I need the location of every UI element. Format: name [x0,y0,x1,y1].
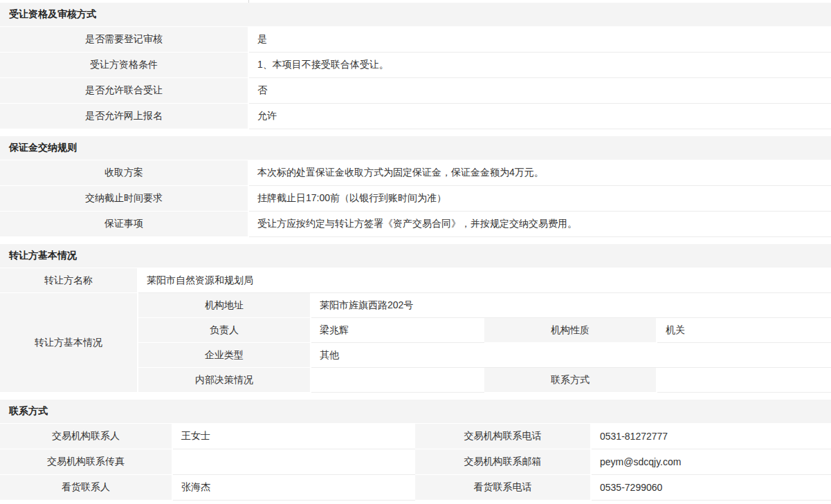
section-transferor-info: 转让方基本情况 转让方名称 莱阳市自然资源和规划局 转让方基本情况 机构地址 莱… [0,244,831,393]
table-row: 交易机构联系传真 交易机构联系邮箱 peym@sdcqjy.com [0,449,831,475]
section-title: 受让资格及审核方式 [9,8,96,21]
row-label: 内部决策情况 [138,368,311,393]
section-header: 转让方基本情况 [0,244,831,268]
row-value: 机关 [657,318,831,343]
row-value: 本次标的处置保证金收取方式为固定保证金，保证金金额为4万元。 [249,160,831,186]
table-row: 是否允许联合受让 否 [0,78,831,104]
section-deposit-rules: 保证金交纳规则 收取方案 本次标的处置保证金收取方式为固定保证金，保证金金额为4… [0,136,831,237]
column-divider-line [248,0,249,3]
row-value: 莱阳市自然资源和规划局 [138,268,831,293]
row-label: 保证事项 [0,212,249,237]
row-label: 联系方式 [484,368,657,393]
row-value: 1、本项目不接受联合体受让。 [249,53,831,78]
row-value: 梁兆辉 [311,318,484,343]
table-row: 企业类型 其他 [138,343,831,368]
row-value: peym@sdcqjy.com [592,449,831,475]
row-label: 机构地址 [138,293,311,318]
row-label: 机构性质 [484,318,657,343]
section-contact-info: 联系方式 交易机构联系人 王女士 交易机构联系电话 0531-81272777 … [0,400,831,501]
row-label: 受让方资格条件 [0,53,249,78]
row-label: 交易机构联系人 [0,424,173,449]
group-nested-rows: 机构地址 莱阳市旌旗西路202号 负责人 梁兆辉 机构性质 机关 企业类型 其他… [138,293,831,393]
table-row: 内部决策情况 联系方式 [138,368,831,393]
row-label: 看货联系电话 [415,475,592,501]
row-value: 其他 [311,343,831,368]
row-value: 王女士 [173,424,415,449]
table-row: 是否允许网上报名 允许 [0,104,831,129]
transferor-detail-group: 转让方基本情况 机构地址 莱阳市旌旗西路202号 负责人 梁兆辉 机构性质 机关… [0,293,831,393]
row-label: 看货联系人 [0,475,173,501]
row-value: 张海杰 [173,475,415,501]
section-title: 转让方基本情况 [9,250,77,262]
section-header: 受让资格及审核方式 [0,3,831,27]
section-header: 保证金交纳规则 [0,136,831,160]
table-row: 是否需要登记审核 是 [0,27,831,53]
table-row: 机构地址 莱阳市旌旗西路202号 [138,293,831,318]
row-label: 收取方案 [0,160,249,186]
row-label: 负责人 [138,318,311,343]
row-label: 是否允许联合受让 [0,78,249,104]
table-row: 收取方案 本次标的处置保证金收取方式为固定保证金，保证金金额为4万元。 [0,160,831,186]
row-label: 企业类型 [138,343,311,368]
row-label: 交纳截止时间要求 [0,186,249,212]
table-row: 受让方资格条件 1、本项目不接受联合体受让。 [0,53,831,78]
section-title: 保证金交纳规则 [9,142,77,154]
row-value: 是 [249,27,831,53]
row-label: 交易机构联系电话 [415,424,592,449]
previous-row-cutoff [0,0,831,3]
table-row: 看货联系人 张海杰 看货联系电话 0535-7299060 [0,475,831,501]
row-value: 0535-7299060 [592,475,831,501]
table-row: 负责人 梁兆辉 机构性质 机关 [138,318,831,343]
row-value: 0531-81272777 [592,424,831,449]
row-label: 是否需要登记审核 [0,27,249,53]
row-value [173,449,415,475]
section-header: 联系方式 [0,400,831,424]
table-row: 交纳截止时间要求 挂牌截止日17:00前（以银行到账时间为准） [0,186,831,212]
row-value: 受让方应按约定与转让方签署《资产交易合同》，并按规定交纳交易费用。 [249,212,831,237]
row-value: 允许 [249,104,831,129]
section-transferee-qualification: 受让资格及审核方式 是否需要登记审核 是 受让方资格条件 1、本项目不接受联合体… [0,3,831,129]
row-label: 交易机构联系邮箱 [415,449,592,475]
row-value: 否 [249,78,831,104]
row-value [311,368,484,393]
table-row: 交易机构联系人 王女士 交易机构联系电话 0531-81272777 [0,424,831,449]
row-label: 转让方名称 [0,268,138,293]
asset-transfer-detail-page: 受让资格及审核方式 是否需要登记审核 是 受让方资格条件 1、本项目不接受联合体… [0,0,831,504]
row-value [657,368,831,393]
row-label: 是否允许网上报名 [0,104,249,129]
row-label: 交易机构联系传真 [0,449,173,475]
group-rowspan-label: 转让方基本情况 [0,293,138,393]
section-title: 联系方式 [9,405,48,418]
row-value: 莱阳市旌旗西路202号 [311,293,831,318]
table-row: 保证事项 受让方应按约定与转让方签署《资产交易合同》，并按规定交纳交易费用。 [0,212,831,237]
table-row: 转让方名称 莱阳市自然资源和规划局 [0,268,831,293]
row-value: 挂牌截止日17:00前（以银行到账时间为准） [249,186,831,212]
